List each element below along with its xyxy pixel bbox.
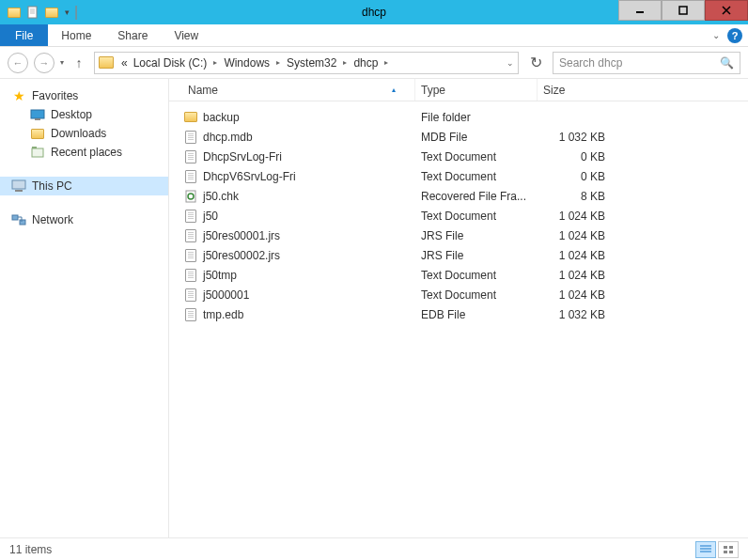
column-name[interactable]: Name ▴ — [182, 79, 415, 101]
svg-rect-8 — [15, 190, 23, 192]
column-type[interactable]: Type — [415, 79, 538, 101]
svg-rect-0 — [28, 7, 37, 18]
file-row[interactable]: DhcpSrvLog-FriText Document0 KB — [169, 147, 748, 166]
folder-open-icon[interactable] — [43, 4, 60, 21]
sidebar-item-label: This PC — [32, 179, 72, 193]
breadcrumb-item[interactable]: System32 — [285, 56, 338, 70]
file-name: backup — [203, 111, 240, 124]
file-row[interactable]: DhcpV6SrvLog-FriText Document0 KB — [169, 166, 748, 186]
file-name: dhcp.mdb — [203, 131, 253, 144]
item-count: 11 items — [9, 543, 52, 556]
file-size: 0 KB — [538, 170, 613, 183]
breadcrumb-prefix: « — [119, 56, 130, 70]
folder-icon — [6, 4, 23, 21]
breadcrumb-item[interactable]: Local Disk (C:) — [132, 56, 210, 70]
document-icon — [182, 130, 199, 145]
sidebar-item-recent[interactable]: Recent places — [0, 143, 168, 162]
ribbon-expand-icon[interactable]: ⌄ — [712, 30, 720, 40]
file-type: Text Document — [415, 170, 538, 183]
favorites-label: Favorites — [32, 89, 78, 102]
view-tab[interactable]: View — [161, 24, 211, 46]
breadcrumb-item[interactable]: Windows — [222, 56, 272, 70]
maximize-button[interactable] — [662, 0, 705, 21]
breadcrumb-item[interactable]: dhcp — [351, 56, 380, 70]
sidebar-item-desktop[interactable]: Desktop — [0, 105, 168, 124]
file-size: 1 032 KB — [538, 308, 613, 321]
file-type: JRS File — [415, 249, 538, 262]
up-button[interactable]: ↑ — [70, 54, 88, 72]
file-size: 1 032 KB — [538, 131, 613, 144]
file-row[interactable]: dhcp.mdbMDB File1 032 KB — [169, 127, 748, 147]
sidebar-item-label: Downloads — [51, 127, 106, 140]
sidebar-item-downloads[interactable]: Downloads — [0, 124, 168, 143]
favorites-node[interactable]: ★ Favorites — [0, 86, 168, 105]
content-area: ★ Favorites Desktop Downloads Recent pla… — [0, 79, 748, 537]
desktop-icon — [30, 107, 45, 122]
search-icon: 🔍 — [720, 56, 734, 70]
document-icon — [182, 268, 199, 283]
file-size: 1 024 KB — [538, 288, 613, 302]
file-list: backupFile folderdhcp.mdbMDB File1 032 K… — [169, 101, 748, 537]
downloads-icon — [30, 126, 45, 141]
sidebar-item-network[interactable]: Network — [0, 210, 168, 229]
file-row[interactable]: j5000001Text Document1 024 KB — [169, 285, 748, 304]
share-tab[interactable]: Share — [104, 24, 161, 46]
document-icon — [182, 248, 199, 263]
properties-icon[interactable] — [24, 4, 41, 21]
file-size: 0 KB — [538, 150, 613, 163]
help-icon[interactable]: ? — [727, 28, 742, 43]
sidebar-item-label: Recent places — [51, 146, 122, 159]
file-name: j50res00002.jrs — [203, 249, 280, 262]
minimize-button[interactable] — [618, 0, 662, 21]
details-view-button[interactable] — [695, 541, 716, 558]
file-tab[interactable]: File — [0, 24, 48, 46]
address-bar[interactable]: « Local Disk (C:) ▸ Windows ▸ System32 ▸… — [94, 52, 519, 74]
file-row[interactable]: j50res00001.jrsJRS File1 024 KB — [169, 226, 748, 245]
address-dropdown-icon[interactable]: ⌄ — [506, 58, 514, 68]
home-tab[interactable]: Home — [48, 24, 104, 46]
star-icon: ★ — [11, 88, 26, 103]
document-icon — [182, 149, 199, 164]
column-size[interactable]: Size — [538, 79, 613, 101]
back-button[interactable]: ← — [8, 53, 28, 73]
network-icon — [11, 212, 26, 227]
svg-rect-14 — [729, 546, 733, 549]
file-name: DhcpSrvLog-Fri — [203, 150, 282, 163]
search-input[interactable]: Search dhcp 🔍 — [553, 52, 740, 74]
chevron-right-icon[interactable]: ▸ — [210, 58, 220, 67]
recovered-file-icon — [182, 189, 199, 204]
document-icon — [182, 288, 199, 303]
chevron-right-icon[interactable]: ▸ — [382, 58, 391, 67]
file-type: MDB File — [415, 131, 538, 144]
file-row[interactable]: j50tmpText Document1 024 KB — [169, 265, 748, 285]
close-button[interactable] — [705, 0, 748, 21]
file-name: j5000001 — [203, 288, 249, 302]
file-row[interactable]: j50res00002.jrsJRS File1 024 KB — [169, 245, 748, 265]
file-row[interactable]: backupFile folder — [169, 107, 748, 127]
sidebar-item-thispc[interactable]: This PC — [0, 177, 168, 195]
file-row[interactable]: j50Text Document1 024 KB — [169, 206, 748, 226]
document-icon — [182, 228, 199, 243]
refresh-button[interactable]: ↻ — [524, 53, 547, 73]
window-controls — [618, 0, 748, 21]
chevron-right-icon[interactable]: ▸ — [273, 58, 283, 67]
file-row[interactable]: j50.chkRecovered File Fra...8 KB — [169, 186, 748, 206]
titlebar: ▾ | dhcp — [0, 0, 748, 24]
svg-rect-5 — [32, 148, 43, 157]
file-type: JRS File — [415, 229, 538, 242]
navigation-bar: ← → ▾ ↑ « Local Disk (C:) ▸ Windows ▸ Sy… — [0, 47, 748, 79]
file-row[interactable]: tmp.edbEDB File1 032 KB — [169, 304, 748, 324]
icons-view-button[interactable] — [718, 541, 739, 558]
file-size: 1 024 KB — [538, 249, 613, 262]
history-dropdown-icon[interactable]: ▾ — [60, 58, 64, 67]
forward-button[interactable]: → — [34, 53, 55, 73]
svg-rect-10 — [20, 220, 25, 225]
file-name: DhcpV6SrvLog-Fri — [203, 170, 296, 183]
file-name: j50.chk — [203, 190, 239, 203]
svg-rect-7 — [12, 180, 25, 189]
chevron-right-icon[interactable]: ▸ — [340, 58, 350, 67]
file-type: EDB File — [415, 308, 538, 321]
file-size: 1 024 KB — [538, 210, 613, 223]
file-type: Text Document — [415, 288, 538, 302]
qat-dropdown-icon[interactable]: ▾ — [62, 8, 72, 17]
